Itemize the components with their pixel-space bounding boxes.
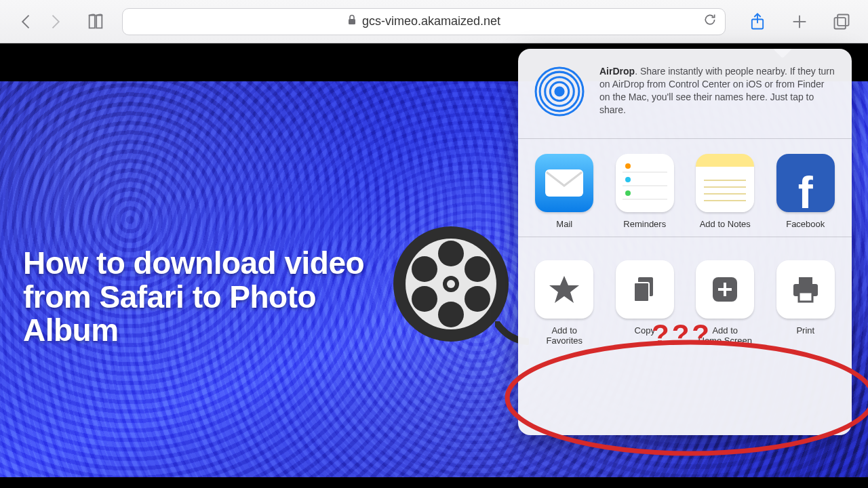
airdrop-title: AirDrop [599,66,635,77]
svg-rect-18 [799,277,812,284]
airdrop-section: AirDrop. Share instantly with people nea… [518,49,852,138]
safari-toolbar: gcs-vimeo.akamaized.net [0,0,868,43]
airdrop-description: AirDrop. Share instantly with people nea… [599,65,837,118]
reminders-icon [616,154,674,212]
reload-icon[interactable] [703,13,717,30]
svg-rect-5 [837,14,848,25]
lock-icon [347,14,357,28]
action-print[interactable]: Print [774,260,837,346]
share-popover: AirDrop. Share instantly with people nea… [518,49,852,435]
share-actions-row: Add to Favorites Copy Add to Home Screen… [518,237,852,352]
share-app-reminders[interactable]: Reminders [614,154,677,230]
video-title-overlay: How to download video from Safari to Pho… [23,247,403,348]
notes-icon [696,154,754,212]
mail-icon [535,154,593,212]
action-add-favorites[interactable]: Add to Favorites [533,260,596,346]
url-text: gcs-vimeo.akamaized.net [362,14,500,28]
svg-rect-12 [545,169,583,197]
svg-rect-14 [634,283,649,302]
svg-rect-6 [835,18,846,28]
tabs-icon[interactable] [827,7,856,36]
copy-icon [616,260,674,319]
svg-rect-17 [718,288,732,291]
add-homescreen-icon [696,260,754,319]
film-reel-icon [393,226,529,362]
share-apps-row: Mail Reminders Add to Notes f Facebook [518,139,852,237]
share-icon[interactable] [743,7,772,36]
share-app-facebook[interactable]: f Facebook [774,154,837,230]
url-bar[interactable]: gcs-vimeo.akamaized.net [122,8,726,35]
print-icon [776,260,835,319]
bookmarks-icon[interactable] [81,7,110,36]
share-app-mail[interactable]: Mail [533,154,596,230]
share-app-notes[interactable]: Add to Notes [694,154,757,230]
svg-point-7 [555,87,564,96]
airdrop-icon [533,65,586,118]
forward-icon [41,7,69,36]
new-tab-icon[interactable] [785,7,814,36]
action-copy[interactable]: Copy [614,260,677,346]
back-icon[interactable] [12,7,41,36]
svg-rect-0 [349,19,355,24]
facebook-icon: f [776,154,835,212]
action-add-homescreen[interactable]: Add to Home Screen [694,260,757,346]
star-icon [535,260,593,319]
svg-rect-20 [799,292,812,302]
